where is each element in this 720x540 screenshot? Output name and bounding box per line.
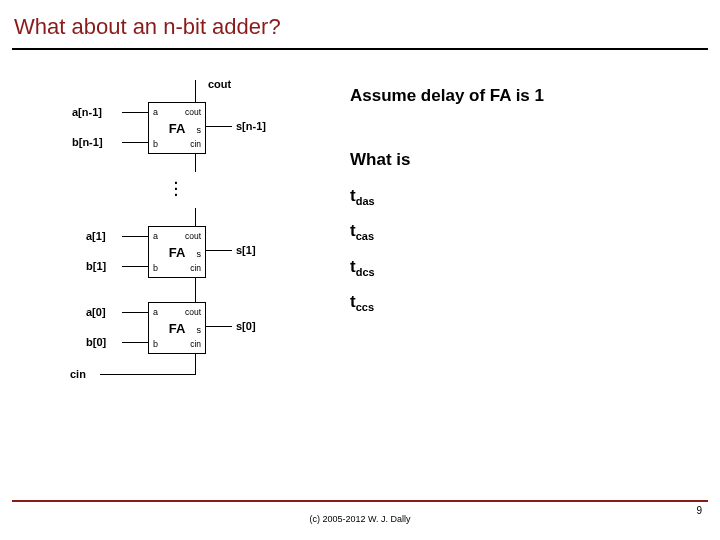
term-tcas: tcas [350, 221, 708, 242]
term-tdas: tdas [350, 186, 708, 207]
signal-b-0: b[0] [86, 336, 106, 348]
wire [195, 278, 196, 302]
fa-label: FA [149, 245, 205, 260]
assume-line: Assume delay of FA is 1 [350, 86, 708, 106]
wire [206, 326, 232, 327]
port-a: a [153, 307, 158, 317]
text-column: Assume delay of FA is 1 What is tdas tca… [300, 80, 708, 440]
fa-box-top: a b cout s cin FA [148, 102, 206, 154]
signal-a-1: a[1] [86, 230, 106, 242]
whatis-line: What is [350, 150, 708, 170]
wire [122, 312, 148, 313]
wire [195, 208, 196, 226]
ellipsis-icon: ··· [174, 180, 179, 198]
copyright: (c) 2005-2012 W. J. Dally [0, 514, 720, 524]
port-b: b [153, 263, 158, 273]
term-sub: ccs [356, 302, 374, 314]
fa-label: FA [149, 321, 205, 336]
port-cout: cout [185, 231, 201, 241]
port-cin: cin [190, 339, 201, 349]
diagram-column: cout a b cout s cin FA a[n-1] b[n-1] s[n… [40, 80, 300, 440]
signal-b-1: b[1] [86, 260, 106, 272]
signal-b-n1: b[n-1] [72, 136, 103, 148]
term-tdcs: tdcs [350, 257, 708, 278]
term-sub: das [356, 195, 375, 207]
wire [195, 80, 196, 102]
port-cout: cout [185, 307, 201, 317]
port-cin: cin [190, 263, 201, 273]
signal-cout: cout [208, 78, 231, 90]
fa-label: FA [149, 121, 205, 136]
slide-title: What about an n-bit adder? [0, 0, 720, 48]
wire [122, 142, 148, 143]
term-sub: dcs [356, 266, 375, 278]
wire [122, 236, 148, 237]
port-b: b [153, 139, 158, 149]
port-a: a [153, 107, 158, 117]
port-cout: cout [185, 107, 201, 117]
wire [206, 126, 232, 127]
signal-s-0: s[0] [236, 320, 256, 332]
signal-a-0: a[0] [86, 306, 106, 318]
page-number: 9 [696, 505, 702, 516]
signal-s-n1: s[n-1] [236, 120, 266, 132]
wire [195, 154, 196, 172]
signal-cin: cin [70, 368, 86, 380]
wire [100, 374, 196, 375]
wire [206, 250, 232, 251]
signal-s-1: s[1] [236, 244, 256, 256]
fa-box-mid: a b cout s cin FA [148, 226, 206, 278]
wire [122, 342, 148, 343]
signal-a-n1: a[n-1] [72, 106, 102, 118]
term-sub: cas [356, 231, 374, 243]
fa-box-bot: a b cout s cin FA [148, 302, 206, 354]
footer-rule [12, 500, 708, 502]
port-cin: cin [190, 139, 201, 149]
wire [122, 266, 148, 267]
term-tccs: tccs [350, 292, 708, 313]
port-b: b [153, 339, 158, 349]
content-area: cout a b cout s cin FA a[n-1] b[n-1] s[n… [0, 50, 720, 440]
port-a: a [153, 231, 158, 241]
adder-diagram: cout a b cout s cin FA a[n-1] b[n-1] s[n… [40, 80, 300, 440]
wire [122, 112, 148, 113]
wire [195, 354, 196, 374]
